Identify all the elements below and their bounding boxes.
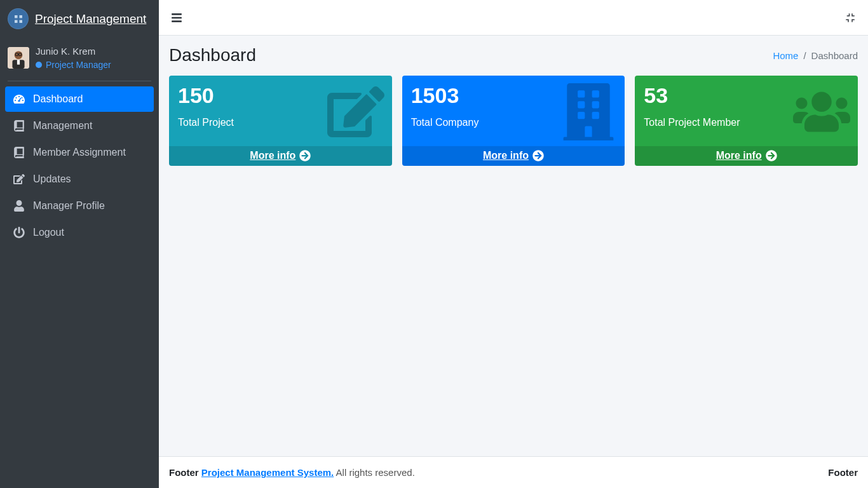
compress-icon [844, 12, 856, 24]
main-column: Dashboard Home / Dashboard 150 Total Pro… [159, 0, 868, 488]
gauge-icon [13, 93, 25, 105]
stat-cards: 150 Total Project More info 1503 Total C… [169, 76, 858, 166]
card-total-project: 150 Total Project More info [169, 76, 392, 166]
user-name: Junio K. Krem [36, 46, 111, 57]
sidebar-item-label: Manager Profile [33, 200, 105, 212]
sidebar-item-label: Member Assignment [33, 147, 126, 158]
sidebar-item-label: Management [33, 120, 92, 132]
brand-logo-icon [8, 8, 29, 29]
fullscreen-exit-button[interactable] [843, 10, 858, 25]
edit-icon [13, 173, 25, 186]
card-total-company: 1503 Total Company More info [402, 76, 625, 166]
footer-prefix: Footer [169, 467, 199, 478]
brand-title: Project Management [35, 12, 146, 26]
card-value: 53 [644, 83, 849, 108]
sidebar-item-label: Logout [33, 227, 64, 238]
breadcrumb-sep: / [803, 50, 806, 61]
more-info-label: More info [483, 150, 529, 161]
avatar [8, 47, 29, 69]
sidebar-nav: Dashboard Management Member Assignment [0, 86, 159, 247]
user-icon [13, 200, 25, 212]
sidebar-divider [8, 81, 151, 81]
topbar [159, 0, 868, 36]
breadcrumb: Home / Dashboard [773, 50, 858, 61]
user-role-label: Project Manager [46, 60, 111, 71]
sidebar-item-manager-profile[interactable]: Manager Profile [5, 193, 154, 219]
sidebar-item-management[interactable]: Management [5, 113, 154, 139]
more-info-label: More info [250, 150, 295, 161]
book-icon [13, 146, 25, 159]
brand-link[interactable]: Project Management [0, 0, 159, 38]
sidebar-item-logout[interactable]: Logout [5, 220, 154, 245]
footer-brand-link[interactable]: Project Management System. [201, 467, 334, 478]
sidebar-item-updates[interactable]: Updates [5, 166, 154, 192]
footer-suffix: All rights reserved. [336, 467, 415, 478]
breadcrumb-current: Dashboard [811, 50, 858, 61]
footer-right: Footer [828, 467, 858, 478]
status-dot-icon [36, 62, 42, 68]
card-value: 1503 [411, 83, 616, 108]
arrow-circle-right-icon [766, 150, 777, 161]
card-label: Total Project Member [644, 117, 849, 128]
sidebar-item-member-assignment[interactable]: Member Assignment [5, 140, 154, 165]
menu-toggle-button[interactable] [169, 10, 184, 25]
page-title: Dashboard [169, 45, 256, 65]
page-footer: Footer Project Management System. All ri… [159, 456, 868, 488]
user-role[interactable]: Project Manager [36, 60, 111, 71]
sidebar-item-dashboard[interactable]: Dashboard [5, 86, 154, 112]
breadcrumb-home[interactable]: Home [773, 50, 798, 61]
more-info-label: More info [716, 150, 762, 161]
content: 150 Total Project More info 1503 Total C… [159, 76, 868, 456]
card-total-project-member: 53 Total Project Member More info [635, 76, 858, 166]
card-more-info-link[interactable]: More info [635, 146, 858, 166]
footer-left: Footer Project Management System. All ri… [169, 467, 415, 478]
card-more-info-link[interactable]: More info [402, 146, 625, 166]
content-header: Dashboard Home / Dashboard [159, 36, 868, 76]
sidebar-item-label: Updates [33, 173, 71, 185]
card-value: 150 [178, 83, 383, 108]
sidebar-item-label: Dashboard [33, 93, 83, 105]
power-icon [13, 226, 25, 239]
user-panel: Junio K. Krem Project Manager [0, 38, 159, 81]
arrow-circle-right-icon [532, 150, 544, 161]
arrow-circle-right-icon [299, 150, 311, 161]
card-label: Total Project [178, 117, 383, 128]
footer-right-text: Footer [828, 467, 858, 478]
book-icon [13, 119, 25, 132]
bars-icon [171, 12, 182, 24]
card-more-info-link[interactable]: More info [169, 146, 392, 166]
sidebar: Project Management Junio K. Krem Project… [0, 0, 159, 488]
svg-rect-3 [17, 60, 20, 65]
card-label: Total Company [411, 117, 616, 128]
